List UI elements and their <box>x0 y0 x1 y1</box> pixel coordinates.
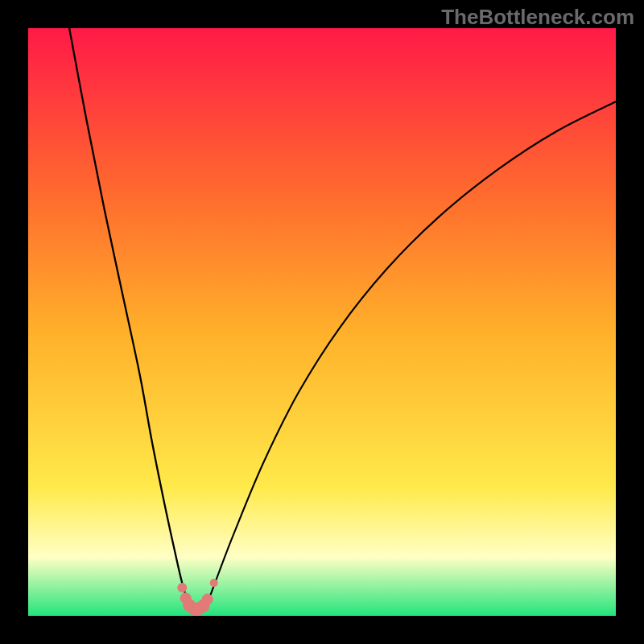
chart-container <box>0 0 644 644</box>
optimum-marker <box>177 583 187 592</box>
optimum-marker <box>210 579 218 587</box>
watermark-text: TheBottleneck.com <box>441 5 634 30</box>
bottleneck-chart <box>0 0 644 644</box>
plot-area <box>28 28 616 616</box>
optimum-marker <box>202 594 213 605</box>
